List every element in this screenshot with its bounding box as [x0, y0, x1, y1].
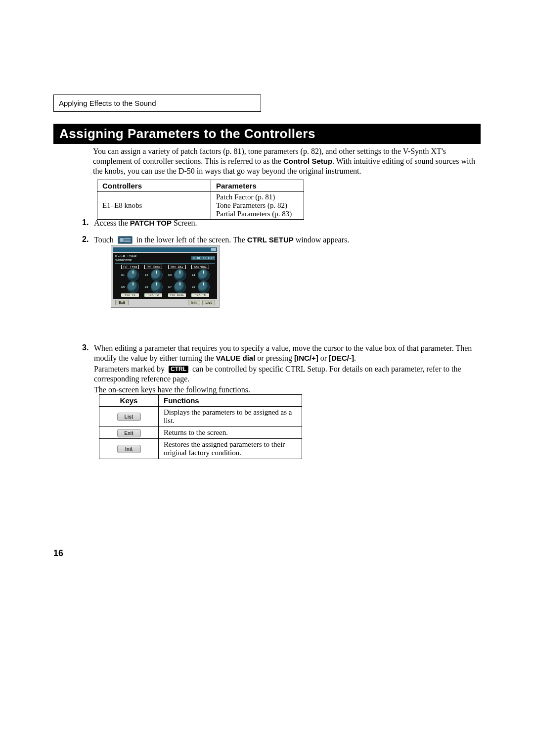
key-cell: Exit	[99, 427, 159, 439]
s2-text-a: Touch	[94, 236, 116, 244]
step-num-2: 2.	[82, 235, 94, 245]
ctrl-footer-right: Init List	[188, 300, 215, 305]
section-title: Assigning Parameters to the Controllers	[53, 124, 481, 144]
ctrl-outer-frame: D-50 LINEAR SYNTHESIZER CTRL SETUP TVF F…	[111, 245, 220, 308]
ctrl-header: D-50 LINEAR SYNTHESIZER CTRL SETUP	[115, 254, 215, 264]
td-param-line: Tone Parameters (p. 82)	[216, 201, 299, 210]
s1-text-c: Screen.	[172, 219, 197, 227]
s3-p3: The on-screen keys have the following fu…	[94, 385, 481, 395]
td-param-line: Patch Factor (p. 81)	[216, 193, 299, 201]
ctrl-label: TVA SusL	[168, 293, 186, 297]
table-row: List Displays the parameters to be assig…	[99, 407, 302, 427]
d50-sub1: LINEAR	[128, 255, 136, 258]
table-row: Init Restores the assigned parameters to…	[99, 439, 302, 459]
s3-p2a: Parameters marked by	[94, 365, 167, 373]
intro-paragraph: You can assign a variety of patch factor…	[93, 146, 481, 176]
keys-functions-table: Keys Functions List Displays the paramet…	[99, 394, 302, 459]
knob-e7: E7	[168, 282, 185, 292]
fn-cell: Displays the parameters to be assigned a…	[159, 407, 302, 427]
key-cell: List	[99, 407, 159, 427]
table-row: Exit Returns to the screen.	[99, 427, 302, 439]
ctrl-exit-button: Exit	[115, 300, 129, 305]
ctrl-knob-row-1: E1 E2 E3 E4	[118, 270, 212, 281]
list-key-button: List	[117, 413, 141, 421]
init-key-button: Init	[117, 445, 141, 453]
s1-bold: PATCH TOP	[130, 219, 172, 227]
knob-icon	[128, 270, 138, 281]
step-3-row: 3. When editing a parameter that require…	[82, 343, 481, 396]
ctrl-setup-icon	[118, 236, 133, 244]
s3-p1b: or pressing	[255, 354, 294, 362]
intro-bold: Control Setup	[283, 157, 332, 165]
knob-e3-label: E3	[168, 274, 173, 277]
knob-icon	[198, 282, 209, 292]
knob-e7-label: E7	[168, 285, 173, 289]
d50-sub2: SYNTHESIZER	[115, 259, 132, 262]
knob-e8: E8	[192, 282, 209, 292]
ctrl-init-button: Init	[188, 300, 200, 305]
knob-e5: E5	[121, 282, 138, 292]
ctrl-top-labels: TVF Freq TVF Reso Rev Bal ChorBal	[118, 265, 212, 269]
step-2: 2. Touch in the lower left of the screen…	[82, 235, 481, 245]
ctrl-header-title: CTRL SETUP	[191, 256, 215, 260]
ctrl-label: TVF Reso	[144, 265, 162, 269]
s3-value-dial: VALUE dial	[216, 354, 256, 362]
key-cell: Init	[99, 439, 159, 459]
ctrl-titlebar	[113, 247, 217, 252]
ctrl-knob-row-2: E5 E6 E7 E8	[118, 282, 212, 292]
ctrl-label: TVF Freq	[121, 265, 139, 269]
step-3-body: When editing a parameter that requires y…	[94, 343, 481, 396]
td-params: Patch Factor (p. 81) Tone Parameters (p.…	[211, 192, 304, 220]
breadcrumb: Applying Effects to the Sound	[53, 94, 261, 112]
ctrl-label: ChorBal	[191, 265, 209, 269]
knob-icon	[198, 270, 209, 281]
td-controller: E1–E8 knobs	[97, 192, 211, 220]
td-param-line: Partial Parameters (p. 83)	[216, 210, 299, 218]
ctrl-label: TVA T5	[191, 293, 209, 297]
th-parameters: Parameters	[211, 180, 304, 192]
knob-e5-label: E5	[121, 285, 126, 289]
page-root: Applying Effects to the Sound Assigning …	[0, 0, 534, 756]
ctrl-footer-left: Exit	[115, 300, 129, 305]
ctrl-setup-screenshot: D-50 LINEAR SYNTHESIZER CTRL SETUP TVF F…	[111, 245, 220, 308]
exit-key-button: Exit	[117, 429, 141, 437]
step-1-body: Access the PATCH TOP Screen.	[94, 218, 481, 228]
step-3: 3. When editing a parameter that require…	[82, 343, 481, 396]
th-functions: Functions	[159, 395, 302, 407]
knob-e8-label: E8	[192, 285, 197, 289]
knob-e3: E3	[168, 270, 185, 281]
knob-icon	[175, 282, 185, 292]
s2-text-b: in the lower left of the screen. The	[134, 236, 247, 244]
s2-text-d: window appears.	[294, 236, 349, 244]
step-num-1: 1.	[82, 218, 94, 228]
ctrl-label: TVA T2	[144, 293, 162, 297]
ctrl-badge-icon: CTRL	[169, 366, 188, 373]
d50-logo: D-50	[115, 254, 126, 258]
knob-e2-label: E2	[145, 274, 150, 277]
ctrl-label: TVA T1	[121, 293, 139, 297]
d50-logo-block: D-50 LINEAR SYNTHESIZER	[115, 254, 136, 262]
knob-e4: E4	[192, 270, 209, 281]
steps-container: 1. Access the PATCH TOP Screen. 2. Touch…	[82, 218, 481, 244]
s2-bold: CTRL SETUP	[247, 236, 294, 244]
s3-dec: [DEC/-]	[329, 354, 354, 362]
th-controllers: Controllers	[97, 180, 211, 192]
ctrl-label: Rev Bal	[168, 265, 186, 269]
ctrl-footer: Exit Init List	[113, 300, 217, 305]
ctrl-bottom-labels: TVA T1 TVA T2 TVA SusL TVA T5	[118, 293, 212, 297]
page-number: 16	[53, 548, 63, 559]
knob-icon	[151, 270, 162, 281]
knob-icon	[151, 282, 162, 292]
knob-e1: E1	[121, 270, 138, 281]
knob-e1-label: E1	[121, 274, 126, 277]
s1-text-a: Access the	[94, 219, 130, 227]
s3-p1c: or	[318, 354, 329, 362]
knob-e2: E2	[145, 270, 162, 281]
knob-e6: E6	[145, 282, 162, 292]
s3-inc: [INC/+]	[294, 354, 318, 362]
knob-icon	[128, 282, 138, 292]
table-header-row: Keys Functions	[99, 395, 302, 407]
table-row: E1–E8 knobs Patch Factor (p. 81) Tone Pa…	[97, 192, 304, 220]
s3-p1d: .	[354, 354, 356, 362]
step-2-body: Touch in the lower left of the screen. T…	[94, 235, 481, 245]
